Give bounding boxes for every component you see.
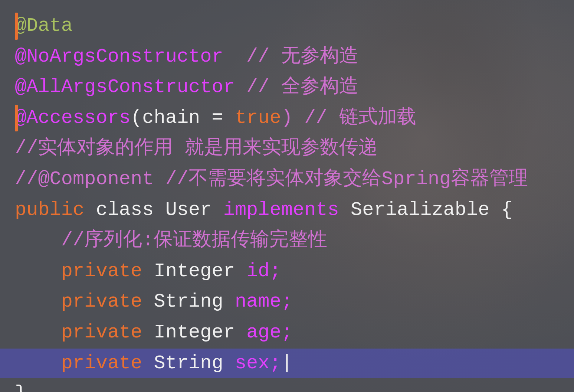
- code-line-noargs: @NoArgsConstructor // 无参构造: [15, 42, 559, 72]
- annotation-accessors: @Accessors: [15, 103, 131, 133]
- type-string-name: String: [142, 287, 235, 317]
- comment-accessors: ) // 链式加载: [281, 103, 416, 133]
- code-line-sex: private String sex; |: [0, 349, 574, 379]
- type-integer-id: Integer: [142, 257, 246, 287]
- comment-entity: //实体对象的作用 就是用来实现参数传递: [15, 134, 378, 164]
- indent-id: [15, 257, 61, 287]
- code-line-data: @Data: [15, 11, 559, 41]
- indent-age: [15, 318, 61, 348]
- keyword-private-id: private: [61, 257, 142, 287]
- type-integer-age: Integer: [142, 318, 246, 348]
- var-name: name;: [235, 287, 293, 317]
- closing-brace: }: [15, 379, 26, 392]
- annotation-allargs: @AllArgsConstructor: [15, 72, 235, 102]
- keyword-class: class: [84, 195, 165, 225]
- comment-serializable: //序列化:保证数据传输完整性: [15, 226, 327, 256]
- indent-name: [15, 287, 61, 317]
- gutter-indicator-data: [15, 13, 18, 40]
- keyword-implements: implements: [212, 195, 351, 225]
- type-string-sex: String: [142, 349, 235, 379]
- code-container: @Data @NoArgsConstructor // 无参构造 @AllArg…: [0, 0, 574, 392]
- code-line-comment2: //@Component //不需要将实体对象交给Spring容器管理: [15, 164, 559, 195]
- var-sex: sex;: [235, 349, 281, 379]
- code-line-comment3: //序列化:保证数据传输完整性: [15, 226, 559, 256]
- cursor: |: [281, 349, 293, 379]
- keyword-private-sex: private: [61, 349, 142, 379]
- accessors-open: (chain =: [131, 103, 235, 133]
- code-line-name: private String name;: [15, 287, 559, 317]
- accessors-true: true: [235, 103, 281, 133]
- code-line-id: private Integer id;: [15, 257, 559, 287]
- comment-noargs: // 无参构造: [223, 42, 358, 72]
- comment-allargs: // 全参构造: [235, 72, 358, 102]
- classname-user: User: [165, 195, 212, 225]
- annotation-noargs: @NoArgsConstructor: [15, 42, 223, 72]
- comment-component: //@Component //不需要将实体对象交给Spring容器管理: [15, 164, 528, 195]
- code-line-accessors: @Accessors (chain = true ) // 链式加载: [15, 103, 559, 133]
- code-line-close: }: [15, 379, 559, 392]
- code-line-age: private Integer age;: [15, 318, 559, 348]
- annotation-data: @Data: [15, 11, 73, 41]
- keyword-public: public: [15, 195, 84, 225]
- code-line-comment1: //实体对象的作用 就是用来实现参数传递: [15, 134, 559, 164]
- var-id: id;: [246, 257, 281, 287]
- gutter-indicator-accessors: [15, 105, 18, 132]
- indent-sex: [15, 349, 61, 379]
- code-line-allargs: @AllArgsConstructor // 全参构造: [15, 72, 559, 102]
- keyword-private-name: private: [61, 287, 142, 317]
- interface-serializable: Serializable {: [351, 195, 513, 225]
- keyword-private-age: private: [61, 318, 142, 348]
- code-line-class: public class User implements Serializabl…: [15, 195, 559, 225]
- var-age: age;: [246, 318, 293, 348]
